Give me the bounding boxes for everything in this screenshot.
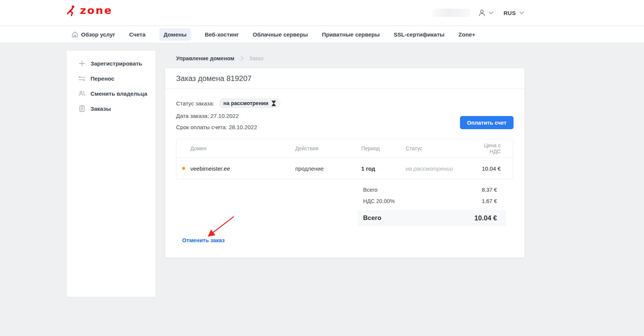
top-header: zone RUS [0,0,644,26]
col-header-domain: Домен [176,145,295,151]
nav-item-private-servers[interactable]: Приватные серверы [322,28,380,41]
hourglass-icon [271,101,276,106]
sidebar-item-change-owner[interactable]: Сменить владельца [67,86,155,101]
nav-label: Домены [164,31,187,38]
period-cell: 1 год [361,165,406,172]
sidebar-item-label: Заказы [90,105,111,112]
breadcrumb-domain-management[interactable]: Управление доменом [176,55,235,61]
pay-invoice-button[interactable]: Оплатить счет [460,116,514,129]
plus-icon [78,60,85,67]
status-label: Статус заказа: [176,100,214,107]
vat-label: НДС 20.00% [363,198,395,204]
status-badge: на рассмотрении [219,98,280,108]
main-nav: Обзор услуг Счета Домены Веб-хостинг Обл… [0,26,644,43]
col-header-period: Период [361,145,406,151]
sidebar-item-label: Сменить владельца [90,90,147,97]
nav-label: Обзор услуг [81,31,115,38]
sidebar-item-label: Перенос [90,75,114,82]
status-badge-text: на рассмотрении [223,100,268,106]
users-icon [78,90,85,97]
order-title: Заказ домена 819207 [165,68,524,89]
order-date: Дата заказа: 27.10.2022 [176,113,239,119]
nav-item-webhosting[interactable]: Веб-хостинг [205,28,239,41]
transfer-icon [78,75,85,82]
logo-wordmark: zone [80,6,112,16]
nav-label: Веб-хостинг [205,31,239,38]
domain-cell: veebimeister.ee [176,165,295,172]
totals-block: Всего 8.37 € НДС 20.00% 1.67 € Всего 10.… [357,184,506,226]
main-nav-items: Обзор услуг Счета Домены Веб-хостинг Обл… [72,26,644,43]
chevron-down-icon [489,11,494,14]
subtotal-row: Всего 8.37 € [357,184,506,195]
chevron-right-icon [240,56,244,61]
domain-sidebar: Зарегистрировать Перенос Сменить владель… [67,51,155,297]
clipboard-icon [78,105,85,112]
vat-row: НДС 20.00% 1.67 € [357,195,506,207]
account-menu[interactable] [478,9,494,17]
sidebar-item-transfer[interactable]: Перенос [67,71,155,86]
table-header-row: Домен Действия Период Статус Цена с НДС [176,139,513,158]
cancel-order-link[interactable]: Отменить заказ [182,237,225,243]
price-cell: 10.04 € [481,165,513,172]
sidebar-item-orders[interactable]: Заказы [67,101,155,116]
action-cell: продление [295,165,361,172]
order-status-row: Статус заказа: на рассмотрении [176,98,281,108]
language-selector[interactable]: RUS [503,10,524,16]
grand-total-value: 10.04 € [474,214,497,222]
home-icon [72,31,78,38]
subtotal-value: 8.37 € [482,187,497,193]
status-dot-icon [182,167,185,170]
vat-value: 1.67 € [482,198,497,204]
nav-item-services-overview[interactable]: Обзор услуг [72,28,115,41]
sidebar-item-register[interactable]: Зарегистрировать [67,56,155,71]
status-cell: на рассмотрении [406,165,481,172]
nav-label: Zone+ [458,31,475,38]
grand-total-label: Всего [363,214,381,222]
zone-logo[interactable]: zone [67,5,112,17]
nav-label: SSL-сертификаты [394,31,445,38]
breadcrumb-order: Заказ [249,55,264,61]
col-header-actions: Действия [295,145,361,151]
breadcrumb: Управление доменом Заказ [176,55,264,61]
domain-name: veebimeister.ee [190,165,230,172]
table-row: veebimeister.ee продление 1 год на рассм… [176,158,513,179]
nav-label: Облачные серверы [253,31,308,38]
header-right: RUS [432,0,524,26]
nav-item-invoices[interactable]: Счета [129,28,146,41]
annotation-arrow-icon [203,214,238,240]
nav-item-cloud-servers[interactable]: Облачные серверы [253,28,308,41]
nav-label: Приватные серверы [322,31,380,38]
order-items-table: Домен Действия Период Статус Цена с НДС … [176,139,513,179]
col-header-status: Статус [406,145,481,151]
nav-label: Счета [129,31,146,38]
col-header-price: Цена с НДС [481,142,513,154]
sidebar-item-label: Зарегистрировать [90,60,142,67]
chevron-down-icon [519,11,524,14]
nav-item-zone-plus[interactable]: Zone+ [458,28,475,41]
order-card: Заказ домена 819207 Статус заказа: на ра… [165,68,524,258]
grand-total-row: Всего 10.04 € [357,210,506,226]
page: zone RUS [0,0,644,336]
runner-icon [67,5,77,17]
user-icon [478,9,486,17]
nav-item-ssl-certificates[interactable]: SSL-сертификаты [394,28,445,41]
payment-due-date: Срок оплаты счета: 28.10.2022 [176,124,257,130]
language-label: RUS [503,10,516,16]
subtotal-label: Всего [363,187,377,193]
nav-item-domains[interactable]: Домены [159,28,191,41]
account-name-redacted [432,9,470,17]
